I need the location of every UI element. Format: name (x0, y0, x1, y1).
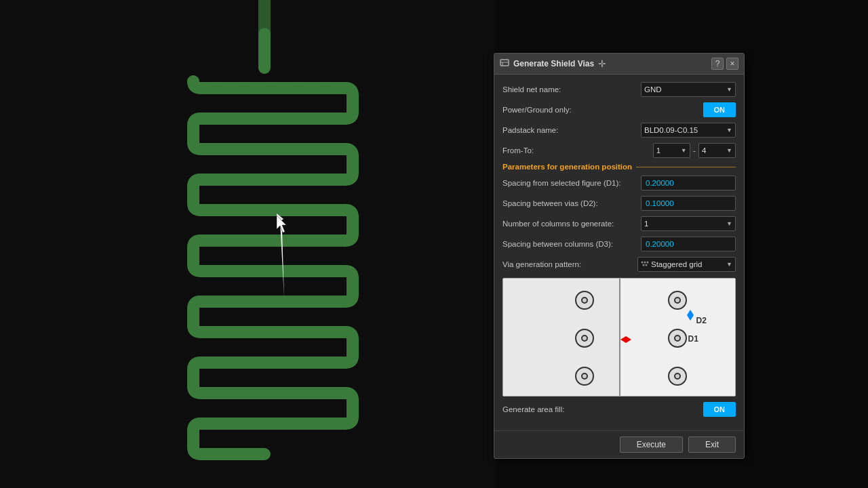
dialog-close-button[interactable]: × (726, 58, 738, 70)
svg-point-14 (200, 115, 207, 122)
from-dropdown[interactable]: 1 ▼ (653, 143, 690, 158)
num-columns-arrow-icon: ▼ (726, 220, 732, 227)
num-columns-row: Number of columns to generate: 1 ▼ (502, 216, 736, 232)
from-arrow-icon: ▼ (681, 147, 687, 154)
d2-arrow-head-up (687, 310, 694, 315)
spacing-d2-label: Spacing between vias (D2): (502, 199, 638, 207)
svg-point-34 (322, 146, 329, 152)
num-columns-dropdown[interactable]: 1 ▼ (641, 216, 736, 231)
shield-net-dropdown[interactable]: GND ▼ (641, 82, 736, 97)
staggered-grid-icon (641, 261, 649, 268)
d2-arrow (687, 310, 694, 321)
svg-point-41 (268, 176, 275, 183)
via-inner (674, 335, 681, 342)
svg-point-13 (336, 85, 342, 92)
svg-point-42 (281, 176, 288, 183)
svg-point-40 (254, 176, 261, 183)
svg-point-66 (309, 237, 315, 244)
execute-button[interactable]: Execute (620, 436, 683, 453)
dash-separator: - (693, 146, 696, 156)
exit-button[interactable]: Exit (688, 436, 736, 453)
spacing-d3-input[interactable]: 0.20000 (641, 237, 736, 251)
area-fill-row: Generate area fill: ON (502, 402, 736, 417)
to-value: 4 (702, 146, 706, 155)
svg-point-61 (241, 237, 248, 244)
shield-icon (500, 59, 509, 68)
spacing-d3-label: Spacing between columns (D3): (502, 240, 638, 248)
svg-point-67 (322, 237, 329, 244)
svg-point-15 (214, 115, 220, 122)
svg-point-21 (295, 115, 302, 122)
via-left-mid (575, 329, 594, 348)
svg-point-44 (309, 176, 315, 183)
spacing-d1-label: Spacing from selected figure (D1): (502, 179, 638, 187)
svg-point-12 (322, 85, 329, 92)
svg-point-38 (227, 176, 234, 183)
svg-point-48 (214, 207, 220, 214)
via-right-mid (668, 329, 687, 348)
svg-point-24 (336, 115, 342, 122)
svg-point-16 (227, 115, 234, 122)
via-inner (674, 297, 681, 304)
svg-point-18 (254, 115, 261, 122)
d1-label: D1 (688, 334, 698, 344)
generate-shield-vias-dialog: Generate Shield Vias ✛ ? × Shield net na… (494, 53, 745, 459)
svg-point-9 (281, 85, 288, 92)
pattern-dropdown[interactable]: Staggered grid ▼ (637, 257, 736, 272)
d2-label: D2 (696, 316, 707, 325)
padstack-label: Padstack name: (502, 126, 611, 134)
dialog-footer: Execute Exit (494, 430, 744, 458)
svg-point-53 (281, 207, 288, 214)
svg-point-36 (200, 176, 207, 183)
spacing-d1-row: Spacing from selected figure (D1): 0.200… (502, 175, 736, 191)
to-arrow-icon: ▼ (726, 147, 732, 154)
spacing-d1-input[interactable]: 0.20000 (641, 176, 736, 190)
d1-arrow-head-right (626, 336, 631, 343)
pattern-row: Via generation pattern: Staggered grid ▼ (502, 256, 736, 272)
via-inner (581, 335, 588, 342)
dialog-body: Shield net name: GND ▼ Power/Ground only… (494, 75, 744, 430)
svg-point-25 (200, 146, 207, 152)
via-left-bot (575, 367, 594, 386)
svg-point-4 (214, 85, 220, 92)
svg-point-19 (268, 115, 275, 122)
power-ground-row: Power/Ground only: ON (502, 102, 736, 118)
area-fill-toggle[interactable]: ON (703, 402, 736, 417)
svg-point-56 (322, 207, 329, 214)
svg-point-39 (241, 176, 248, 183)
svg-point-17 (241, 115, 248, 122)
shield-net-row: Shield net name: GND ▼ (502, 81, 736, 98)
svg-point-47 (200, 207, 207, 214)
svg-point-37 (214, 176, 220, 183)
via-right-top (668, 291, 687, 310)
padstack-value: BLD0.09-C0.15 (644, 126, 698, 134)
svg-point-22 (309, 115, 315, 122)
svg-point-74 (642, 262, 644, 264)
dialog-help-button[interactable]: ? (711, 58, 724, 70)
svg-point-76 (647, 262, 649, 264)
d1-arrow (620, 336, 631, 343)
area-fill-label: Generate area fill: (502, 405, 564, 413)
svg-point-51 (254, 207, 261, 214)
from-value: 1 (656, 146, 660, 155)
svg-point-46 (336, 176, 342, 183)
svg-point-29 (254, 146, 261, 152)
from-to-controls: 1 ▼ - 4 ▼ (653, 143, 736, 158)
svg-point-20 (281, 115, 288, 122)
spacing-d2-input[interactable]: 0.10000 (641, 196, 736, 211)
padstack-arrow-icon: ▼ (726, 127, 732, 134)
d1-arrow-head-left (620, 336, 626, 343)
svg-point-23 (322, 115, 329, 122)
via-inner (581, 297, 588, 304)
svg-point-33 (309, 146, 315, 152)
svg-point-50 (241, 207, 248, 214)
svg-point-63 (268, 237, 275, 244)
svg-point-43 (295, 176, 302, 183)
power-ground-toggle[interactable]: ON (703, 102, 736, 117)
to-dropdown[interactable]: 4 ▼ (698, 143, 736, 158)
svg-point-52 (268, 207, 275, 214)
svg-point-31 (281, 146, 288, 152)
padstack-dropdown[interactable]: BLD0.09-C0.15 ▼ (641, 123, 736, 138)
svg-point-54 (295, 207, 302, 214)
padstack-row: Padstack name: BLD0.09-C0.15 ▼ (502, 122, 736, 138)
